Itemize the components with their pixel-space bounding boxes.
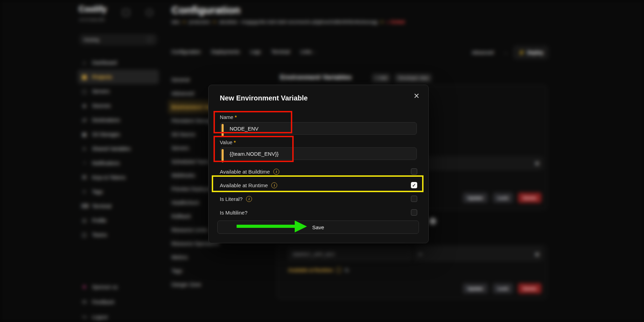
lightning-icon: ⚡: [518, 50, 524, 55]
sidebar-item-label: Teams: [92, 232, 107, 238]
app-logo: Coolify: [79, 5, 107, 14]
sidebar-item[interactable]: ≡ Shared Variables: [78, 141, 159, 156]
annotation-red-box-name: [214, 111, 292, 133]
sidebar-footer-icon: ♥: [81, 284, 88, 290]
eye-icon[interactable]: ◉: [535, 251, 539, 257]
configuration-nav-label: Tags: [172, 268, 182, 274]
search-input[interactable]: Hosting: [84, 37, 147, 42]
tab-label: Links: [300, 49, 312, 55]
configuration-nav-label: Metrics: [172, 254, 188, 260]
tab[interactable]: Links ⌄: [300, 49, 317, 55]
sidebar-item[interactable]: ▣ S3 Storages: [78, 127, 159, 141]
breadcrumb-separator: >: [381, 19, 384, 24]
configuration-nav-item[interactable]: Danger Zone: [168, 278, 255, 291]
configuration-nav-label: Servers: [172, 145, 189, 151]
info-icon[interactable]: i: [336, 267, 342, 273]
eye-icon[interactable]: [429, 218, 436, 225]
buildtime-checkbox[interactable]: [411, 168, 417, 175]
configuration-nav-item[interactable]: Tags: [168, 264, 255, 278]
multiline-checkbox[interactable]: [411, 209, 417, 216]
page-title: Configuration: [172, 4, 240, 16]
breadcrumb-project[interactable]: labs: [172, 19, 180, 24]
chevron-down-icon: ⌄: [504, 50, 507, 55]
sidebar-item-icon: ⌂: [81, 59, 88, 65]
breadcrumb-separator: >: [213, 19, 216, 24]
sidebar-item[interactable]: ⌗ Tags: [78, 184, 159, 199]
delete-button[interactable]: Delete: [518, 283, 541, 294]
lock-button[interactable]: Lock: [493, 283, 513, 294]
env-value-field[interactable]: [417, 157, 543, 170]
sidebar-item-icon: ⇄: [81, 117, 88, 123]
sidebar-item[interactable]: ⌨ Terminal: [78, 199, 159, 213]
upgrade-icon[interactable]: [122, 9, 130, 16]
sidebar-item[interactable]: ▢ Servers: [78, 84, 159, 98]
configuration-nav-label: Webhooks: [172, 173, 195, 178]
delete-button[interactable]: Delete: [518, 192, 541, 203]
section-heading: Environment Variables: [280, 74, 352, 81]
sidebar-footer-label: Logout: [92, 314, 107, 320]
sidebar-item-icon: ◎: [81, 217, 88, 224]
sidebar-footer-item[interactable]: ✉ Feedback: [78, 294, 159, 309]
sidebar-footer-item[interactable]: ♥ Sponsor us: [78, 279, 159, 294]
sidebar-item-icon: ≡: [81, 146, 88, 152]
sidebar-footer-item[interactable]: ↪ Logout: [78, 309, 159, 322]
sidebar-item[interactable]: ⇄ Destinations: [78, 113, 159, 127]
sidebar-item[interactable]: ◫ Teams: [78, 227, 159, 242]
env-var-actions: Update Lock Delete: [401, 283, 541, 294]
lock-button[interactable]: Lock: [493, 192, 513, 203]
info-icon[interactable]: i: [246, 196, 252, 202]
close-icon[interactable]: ×: [414, 91, 419, 101]
eye-icon[interactable]: ◉: [535, 160, 539, 166]
sidebar-item[interactable]: ◔ Notifications: [78, 156, 159, 170]
configuration-nav-label: General: [172, 77, 190, 83]
sidebar-search[interactable]: Hosting /: [80, 34, 157, 45]
configuration-nav-item[interactable]: Metrics: [168, 250, 255, 264]
sidebar-item[interactable]: ⌘ Keys & Tokens: [78, 170, 159, 184]
new-environment-variable-dialog: New Environment Variable × Name * NODE_E…: [208, 85, 429, 243]
tab-label: Deployments: [211, 49, 240, 55]
breadcrumb-separator: >: [183, 19, 186, 24]
sidebar-item[interactable]: ◈ Sources: [78, 98, 159, 113]
tab[interactable]: Configuration: [172, 49, 201, 55]
sidebar-item-label: Projects: [92, 74, 112, 80]
configuration-nav-label: Healthcheck: [172, 200, 200, 205]
sidebar-item-icon: ⌘: [81, 174, 88, 181]
multiline-toggle-label: Is Multiline?: [220, 209, 247, 216]
sidebar-item-icon: ◔: [81, 160, 88, 166]
annotation-green-arrow-head: [295, 220, 307, 232]
sidebar-item-label: Sources: [92, 103, 111, 108]
redeploy-icon[interactable]: ↻: [345, 267, 349, 273]
sidebar-item[interactable]: ◎ Profile: [78, 213, 159, 227]
sidebar-footer-label: Sponsor us: [92, 284, 118, 290]
developer-view-button[interactable]: Developer view: [395, 74, 432, 82]
tab[interactable]: Terminal: [271, 49, 290, 55]
deploy-button[interactable]: ⚡ Deploy: [514, 46, 548, 59]
sidebar-item-label: Profile: [92, 218, 106, 223]
sidebar-item-label: Dashboard: [92, 60, 117, 65]
tab[interactable]: Deployments: [211, 49, 240, 55]
tab-label: Logs: [250, 49, 261, 55]
breadcrumb-environment[interactable]: production: [189, 19, 210, 24]
sidebar-item-label: S3 Storages: [92, 132, 120, 137]
configuration-nav-label: Git Source: [172, 132, 196, 137]
annotation-red-box-value: [214, 136, 294, 162]
status-dot-icon: ●: [386, 20, 389, 24]
update-button[interactable]: Update: [463, 283, 488, 294]
advanced-label: Advanced: [472, 50, 493, 55]
update-button[interactable]: Update: [463, 192, 488, 203]
sidebar-nav: ⌂ Dashboard ▦ Projects ▢ Servers ◈ Sourc…: [78, 55, 159, 242]
env-var-card: SNIPEIT_APP_KEY •• ◉ Available at Runtim…: [277, 245, 547, 299]
env-value-field[interactable]: ••: [414, 247, 543, 261]
sidebar-footer-label: Feedback: [92, 299, 114, 305]
env-name-field[interactable]: SNIPEIT_APP_KEY: [288, 247, 411, 261]
advanced-menu[interactable]: Advanced ⌄: [472, 50, 507, 55]
tab[interactable]: Logs: [250, 49, 261, 55]
literal-checkbox[interactable]: [411, 196, 417, 202]
notification-bell-icon[interactable]: [146, 9, 153, 16]
buildtime-toggle-label: Available at Buildtime i: [220, 168, 279, 175]
sidebar-item[interactable]: ▦ Projects: [78, 70, 159, 84]
breadcrumb-resource[interactable]: abcdebw - mxgqygc4ks-kdm-bdm-wcsmws4s-q0…: [219, 19, 378, 24]
sidebar-item[interactable]: ⌂ Dashboard: [78, 55, 159, 70]
info-icon[interactable]: i: [273, 169, 279, 175]
add-variable-button[interactable]: + Add: [372, 74, 390, 82]
